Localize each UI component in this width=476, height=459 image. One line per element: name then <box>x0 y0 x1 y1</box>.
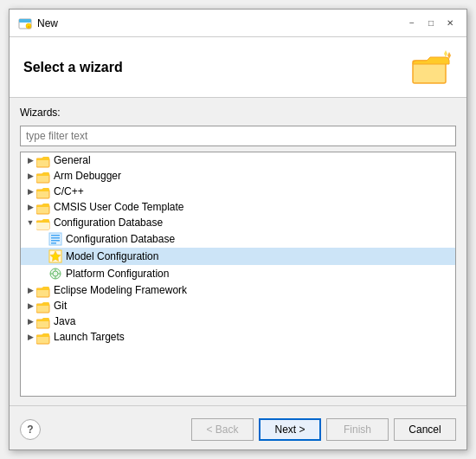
folder-icon-general <box>36 154 50 166</box>
tree-label-cpp: C/C++ <box>54 185 84 197</box>
config-db-item-icon <box>48 232 62 246</box>
header-title: Select a wizard <box>23 60 123 75</box>
tree-arrow-git <box>24 300 36 312</box>
tree-arrow-cmsis <box>24 201 36 213</box>
folder-icon-cpp <box>36 185 50 197</box>
tree-label-model: Model Configuration <box>66 250 158 262</box>
tree-label-configdb: Configuration Database <box>54 217 163 229</box>
svg-rect-1 <box>19 19 31 23</box>
folder-icon-arm <box>36 170 50 182</box>
list-item[interactable]: General <box>21 152 455 168</box>
folder-icon-configdb-open <box>36 217 50 229</box>
folder-icon-eclipse <box>36 284 50 296</box>
list-item[interactable]: C/C++ <box>21 184 455 199</box>
list-item[interactable]: CMSIS User Code Template <box>21 199 455 215</box>
minimize-button[interactable]: − <box>404 16 420 31</box>
tree-arrow-eclipse <box>24 284 36 296</box>
tree-label-java: Java <box>54 315 75 327</box>
svg-marker-6 <box>444 50 447 57</box>
new-wizard-icon: ✦ <box>18 16 32 30</box>
tree-label-arm: Arm Debugger <box>54 170 121 182</box>
wizards-label: Wizards: <box>20 107 456 119</box>
svg-rect-15 <box>51 237 60 239</box>
svg-rect-12 <box>36 223 49 230</box>
tree-arrow-launch <box>24 331 36 343</box>
tree-arrow-arm <box>24 170 36 182</box>
tree-arrow-cpp <box>24 185 36 197</box>
dialog-title: New <box>37 17 58 29</box>
tree-label-launch: Launch Targets <box>54 331 125 343</box>
content-section: Wizards: General Arm Debugger <box>10 98 466 405</box>
cancel-button[interactable]: Cancel <box>394 418 456 441</box>
model-config-icon <box>48 249 62 263</box>
maximize-button[interactable]: □ <box>423 16 439 31</box>
footer-section: ? < Back Next > Finish Cancel <box>10 405 466 449</box>
tree-arrow-java <box>24 315 36 327</box>
header-section: Select a wizard <box>10 37 466 98</box>
tree-arrow-configdb <box>24 217 36 229</box>
tree-label-general: General <box>54 154 91 166</box>
button-row: ? < Back Next > Finish Cancel <box>20 413 456 443</box>
svg-rect-17 <box>51 242 56 244</box>
wizard-tree[interactable]: General Arm Debugger C/C++ <box>20 152 456 397</box>
list-item[interactable]: Arm Debugger <box>21 168 455 184</box>
title-bar-left: ✦ New <box>18 16 58 30</box>
tree-label-git: Git <box>54 300 67 312</box>
close-button[interactable]: ✕ <box>442 16 458 31</box>
tree-label-cmsis: CMSIS User Code Template <box>54 201 184 213</box>
button-group: < Back Next > Finish Cancel <box>191 418 456 441</box>
tree-arrow-general <box>24 154 36 166</box>
tree-label-eclipse: Eclipse Modeling Framework <box>54 284 187 296</box>
list-item[interactable]: Eclipse Modeling Framework <box>21 282 455 298</box>
list-item[interactable]: Model Configuration <box>21 248 455 265</box>
window-controls: − □ ✕ <box>404 16 458 31</box>
svg-rect-16 <box>51 240 60 242</box>
svg-rect-14 <box>51 235 60 236</box>
header-wizard-icon <box>411 50 453 85</box>
list-item[interactable]: Git <box>21 298 455 314</box>
list-item[interactable]: Configuration Database <box>21 215 455 230</box>
tree-label-configdb-item: Configuration Database <box>66 233 175 245</box>
back-button[interactable]: < Back <box>191 418 254 441</box>
list-item[interactable]: Configuration Database <box>21 230 455 248</box>
list-item[interactable]: Launch Targets <box>21 329 455 345</box>
folder-icon-cmsis <box>36 201 50 213</box>
tree-label-platform: Platform Configuration <box>66 268 169 280</box>
platform-config-icon <box>48 267 62 281</box>
list-item[interactable]: Java <box>21 314 455 329</box>
folder-icon-java <box>36 315 50 327</box>
folder-icon-launch <box>36 331 50 343</box>
help-button[interactable]: ? <box>20 419 41 440</box>
filter-input[interactable] <box>20 126 456 146</box>
finish-button[interactable]: Finish <box>326 418 389 441</box>
title-bar: ✦ New − □ ✕ <box>10 10 466 37</box>
folder-icon-git <box>36 300 50 312</box>
new-wizard-dialog: ✦ New − □ ✕ Select a wizard Wizards: <box>9 9 467 450</box>
next-button[interactable]: Next > <box>259 418 321 441</box>
list-item[interactable]: Platform Configuration <box>21 265 455 282</box>
